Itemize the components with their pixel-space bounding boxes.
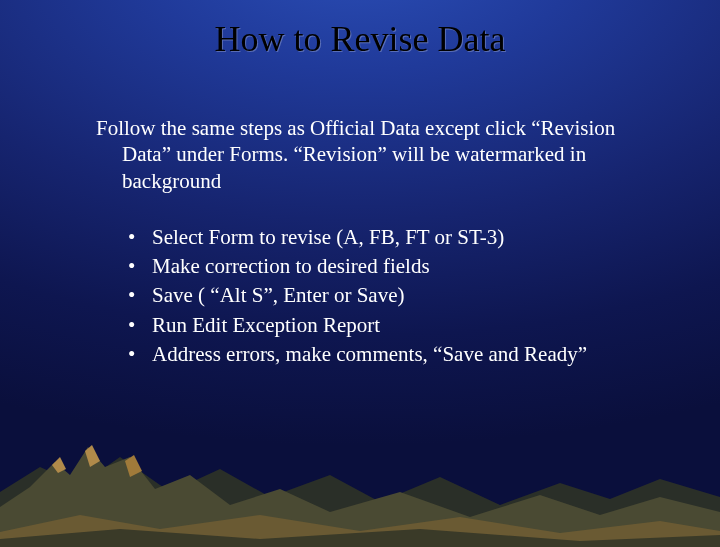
slide-title: How to Revise Data xyxy=(0,18,720,60)
bullet-list: Select Form to revise (A, FB, FT or ST-3… xyxy=(96,224,648,367)
list-item: Make correction to desired fields xyxy=(152,253,648,279)
slide-body: Follow the same steps as Official Data e… xyxy=(96,115,648,370)
list-item: Select Form to revise (A, FB, FT or ST-3… xyxy=(152,224,648,250)
landscape-illustration xyxy=(0,397,720,547)
list-item: Run Edit Exception Report xyxy=(152,312,648,338)
intro-paragraph: Follow the same steps as Official Data e… xyxy=(96,115,648,194)
list-item: Address errors, make comments, “Save and… xyxy=(152,341,648,367)
slide: How to Revise Data Follow the same steps… xyxy=(0,0,720,547)
list-item: Save ( “Alt S”, Enter or Save) xyxy=(152,282,648,308)
